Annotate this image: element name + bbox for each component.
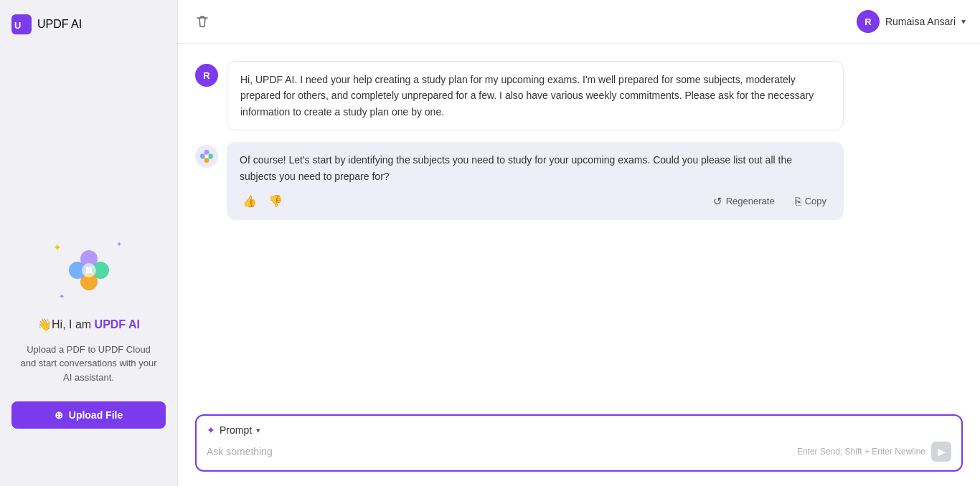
chevron-down-icon: ▾ (961, 16, 966, 27)
user-message: R Hi, UPDF AI. I need your help creating… (195, 61, 963, 130)
main-chat-area: R Rumaisa Ansari ▾ R Hi, UPDF AI. I need… (178, 0, 980, 486)
svg-point-11 (204, 154, 209, 158)
input-bottom-bar: Enter Send; Shift + Enter Newline ▶ (207, 442, 951, 462)
input-container: ✦ Prompt ▾ Enter Send; Shift + Enter New… (195, 414, 963, 472)
input-area: ✦ Prompt ▾ Enter Send; Shift + Enter New… (178, 403, 980, 486)
trash-icon (195, 14, 209, 29)
ai-message-avatar (195, 145, 218, 168)
prompt-label: Prompt (220, 424, 252, 436)
thumbs-down-icon: 👎 (268, 195, 283, 207)
ai-message-text: Of course! Let's start by identifying th… (240, 154, 792, 181)
user-message-avatar: R (195, 64, 218, 87)
sidebar-center: ✦ ✦ ✦ 👋Hi, I am UPDF AI Upload a PDF to … (11, 234, 166, 429)
sidebar-subtitle: Upload a PDF to UPDF Cloud and start con… (11, 343, 166, 385)
sparkle-top-left-icon: ✦ (53, 242, 62, 253)
user-message-text: Hi, UPDF AI. I need your help creating a… (240, 74, 814, 118)
chat-messages: R Hi, UPDF AI. I need your help creating… (178, 44, 980, 403)
svg-point-8 (208, 154, 213, 159)
input-top-bar: ✦ Prompt ▾ (207, 424, 951, 436)
svg-point-6 (82, 263, 96, 277)
greeting: 👋Hi, I am UPDF AI (37, 318, 140, 331)
thumbs-up-button[interactable]: 👍 (240, 193, 260, 209)
user-menu[interactable]: R Rumaisa Ansari ▾ (857, 10, 966, 33)
greeting-brand: UPDF AI (95, 318, 140, 330)
input-hint: Enter Send; Shift + Enter Newline (797, 447, 925, 457)
ai-feedback-buttons: 👍 👎 (240, 193, 286, 209)
ai-message-actions: 👍 👎 ↺ Regenerate ⎘ Copy (240, 193, 831, 210)
ai-message-bubble: Of course! Let's start by identifying th… (227, 142, 844, 220)
regenerate-label: Regenerate (726, 196, 775, 206)
send-icon: ▶ (938, 446, 946, 457)
ai-toolbar: ↺ Regenerate ⎘ Copy (709, 193, 831, 210)
greeting-prefix: 👋Hi, I am (37, 318, 95, 330)
updf-flower-container: ✦ ✦ ✦ (46, 234, 132, 306)
chat-header: R Rumaisa Ansari ▾ (178, 0, 980, 44)
chat-input[interactable] (207, 446, 797, 457)
copy-button[interactable]: ⎘ Copy (791, 193, 831, 209)
sidebar-logo: U UPDF AI (11, 14, 82, 34)
delete-button[interactable] (192, 11, 212, 32)
svg-point-7 (204, 150, 209, 155)
thumbs-up-icon: 👍 (242, 195, 257, 207)
upload-button-label: Upload File (69, 409, 123, 421)
svg-point-9 (204, 158, 209, 163)
app-title: UPDF AI (37, 18, 82, 31)
send-button[interactable]: ▶ (931, 442, 951, 462)
updf-logo-icon: U (11, 14, 32, 34)
svg-text:U: U (14, 20, 21, 31)
updf-ai-icon (199, 148, 215, 164)
upload-file-button[interactable]: ⊕ Upload File (11, 401, 166, 429)
sparkle-top-right-icon: ✦ (116, 240, 122, 248)
sidebar: U UPDF AI ✦ ✦ ✦ 👋Hi, I am UPDF AI Upload… (0, 0, 178, 486)
regenerate-button[interactable]: ↺ Regenerate (709, 193, 779, 210)
upload-icon: ⊕ (55, 409, 63, 421)
sparkle-bottom-left-icon: ✦ (59, 292, 65, 300)
updf-flower-icon (66, 247, 112, 293)
svg-point-10 (200, 154, 205, 159)
thumbs-down-button[interactable]: 👎 (265, 193, 286, 209)
copy-label: Copy (805, 196, 826, 206)
user-name: Rumaisa Ansari (885, 16, 956, 27)
copy-icon: ⎘ (795, 195, 801, 207)
user-avatar: R (857, 10, 880, 33)
prompt-chevron-icon: ▾ (256, 426, 260, 435)
ai-message: Of course! Let's start by identifying th… (195, 142, 963, 220)
prompt-sparkle-icon: ✦ (207, 424, 215, 436)
user-message-bubble: Hi, UPDF AI. I need your help creating a… (227, 61, 844, 130)
regenerate-icon: ↺ (713, 195, 722, 208)
